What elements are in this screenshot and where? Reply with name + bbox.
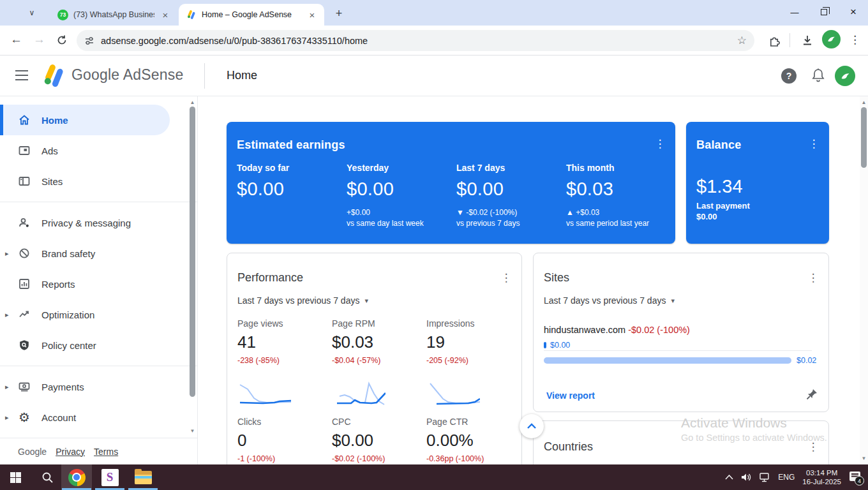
scroll-up-icon[interactable]: ▲ [188, 98, 197, 107]
balance-value: $1.34 [696, 176, 743, 197]
app-icon: S [101, 469, 119, 486]
card-menu-icon[interactable]: ⋮ [805, 439, 821, 454]
download-icon[interactable] [801, 34, 814, 47]
browser-profile-avatar[interactable] [822, 30, 841, 48]
sidebar-item-label: Brand safety [41, 248, 95, 259]
expand-caret-icon[interactable]: ▸ [5, 383, 9, 391]
card-menu-icon[interactable]: ⋮ [498, 270, 514, 285]
metric-label: CPC [332, 417, 385, 427]
sidebar-item-account[interactable]: ▸ ⚙ Account [0, 402, 197, 433]
tab-whatsapp[interactable]: 73 (73) WhatsApp Business × [50, 4, 177, 26]
back-icon[interactable]: ← [10, 33, 22, 47]
page-scrollbar[interactable]: ▲ ▼ [860, 96, 868, 464]
scroll-up-icon[interactable]: ▲ [860, 98, 868, 107]
metric-delta: ▲ +$0.03 [566, 208, 676, 217]
restore-button[interactable] [809, 0, 839, 24]
tab-close-icon[interactable]: × [306, 9, 318, 20]
taskbar-chrome-button[interactable] [61, 464, 92, 490]
expand-caret-icon[interactable]: ▸ [5, 249, 9, 258]
minimize-button[interactable]: — [780, 0, 809, 24]
taskbar-clock[interactable]: 03:14 PM 16-Jul-2025 [802, 468, 841, 486]
sidebar-item-label: Optimization [41, 309, 94, 320]
sidebar-item-optimization[interactable]: ▸ Optimization [0, 299, 197, 330]
restore-icon [821, 9, 827, 15]
language-indicator[interactable]: ENG [778, 473, 795, 482]
card-menu-icon[interactable]: ⋮ [806, 136, 821, 151]
site-info-icon[interactable] [84, 36, 94, 46]
notifications-bell-icon[interactable] [811, 68, 825, 83]
sidebar-item-label: Account [41, 412, 76, 423]
sidebar-scrollbar[interactable]: ▲ ▼ [188, 96, 197, 437]
taskbar-explorer-button[interactable] [128, 464, 158, 490]
card-title: Performance [237, 271, 303, 285]
taskbar-app-button[interactable]: S [94, 464, 125, 490]
taskbar-search-button[interactable] [32, 464, 63, 490]
metric-compare: vs same period last year [566, 219, 676, 228]
scrollbar-thumb[interactable] [861, 107, 867, 168]
volume-icon[interactable] [741, 473, 752, 482]
bookmark-star-icon[interactable]: ☆ [737, 34, 747, 47]
view-report-link[interactable]: View report [546, 390, 595, 401]
current-bar [544, 342, 546, 348]
adsense-favicon [186, 10, 197, 20]
url-text[interactable]: adsense.google.com/adsense/u/0/pub-38361… [101, 36, 731, 46]
scroll-to-top-button[interactable] [520, 414, 544, 438]
tab-close-icon[interactable]: × [160, 9, 171, 20]
help-icon[interactable]: ? [781, 68, 797, 84]
sidebar-item-ads[interactable]: Ads [0, 135, 197, 166]
tab-adsense[interactable]: Home – Google AdSense × [179, 4, 324, 26]
close-window-button[interactable]: × [839, 0, 868, 24]
tab-search-icon[interactable]: ∨ [24, 5, 40, 20]
sidebar-item-policy-center[interactable]: Policy center [0, 330, 197, 360]
site-name[interactable]: hindustanwave.com [544, 325, 625, 335]
account-avatar[interactable] [835, 66, 855, 86]
extensions-icon[interactable] [768, 34, 781, 47]
metric-delta: -1 (-100%) [237, 454, 275, 463]
earnings-col-month: This month $0.03 ▲ +$0.03 vs same period… [566, 163, 676, 228]
sidebar-item-brand-safety[interactable]: ▸ Brand safety [0, 238, 197, 269]
policy-center-icon [18, 339, 31, 352]
scrollbar-thumb[interactable] [190, 107, 195, 397]
forward-icon[interactable]: → [33, 33, 45, 47]
metric-value: 41 [237, 332, 283, 352]
sidebar-item-reports[interactable]: Reports [0, 269, 197, 299]
windows-taskbar: S ENG 03:14 PM 16-Jul-2025 4 [0, 464, 868, 490]
scroll-down-icon[interactable]: ▼ [188, 427, 197, 435]
privacy-link[interactable]: Privacy [56, 447, 85, 457]
expand-caret-icon[interactable]: ▸ [5, 311, 9, 319]
header-divider [204, 63, 205, 89]
reports-icon [18, 278, 31, 290]
scroll-down-icon[interactable]: ▼ [860, 454, 868, 463]
sidebar-item-payments[interactable]: ▸ Payments [0, 371, 197, 402]
card-menu-icon[interactable]: ⋮ [652, 136, 668, 151]
terms-link[interactable]: Terms [94, 447, 118, 457]
date-range-selector[interactable]: Last 7 days vs previous 7 days ▾ [237, 295, 368, 306]
address-bar[interactable]: adsense.google.com/adsense/u/0/pub-38361… [77, 30, 754, 51]
sidebar-item-privacy-messaging[interactable]: Privacy & messaging [0, 207, 197, 238]
date-range-selector[interactable]: Last 7 days vs previous 7 days ▾ [544, 295, 675, 306]
metric-compare: vs previous 7 days [456, 219, 566, 228]
expand-caret-icon[interactable]: ▸ [5, 413, 9, 422]
card-menu-icon[interactable]: ⋮ [805, 270, 821, 285]
metric-delta: ▼ -$0.02 (-100%) [456, 208, 566, 217]
tray-chevron-up-icon[interactable] [725, 475, 733, 480]
last-payment-label: Last payment [696, 201, 750, 211]
clock-date: 16-Jul-2025 [802, 478, 841, 486]
page-ctr-sparkline [426, 381, 480, 409]
estimated-earnings-card: Estimated earnings ⋮ Today so far $0.00 … [227, 122, 675, 244]
new-tab-button[interactable]: + [331, 5, 347, 22]
action-center-icon[interactable]: 4 [849, 471, 862, 483]
pin-icon[interactable] [805, 388, 818, 401]
site-row[interactable]: hindustanwave.com -$0.02 (-100%) [544, 325, 690, 335]
hamburger-menu-icon[interactable] [15, 70, 28, 80]
metric-value: 0.00% [426, 431, 484, 450]
sidebar-item-sites[interactable]: Sites [0, 166, 197, 197]
start-button[interactable] [0, 464, 31, 490]
sidebar-item-home[interactable]: Home [0, 105, 170, 135]
metric-value: $0.00 [347, 179, 456, 200]
chrome-menu-icon[interactable]: ⋮ [849, 33, 860, 47]
sidebar-divider [0, 366, 197, 366]
google-wordmark: Google [18, 447, 47, 457]
network-icon[interactable] [760, 473, 770, 482]
refresh-icon[interactable] [56, 34, 68, 46]
